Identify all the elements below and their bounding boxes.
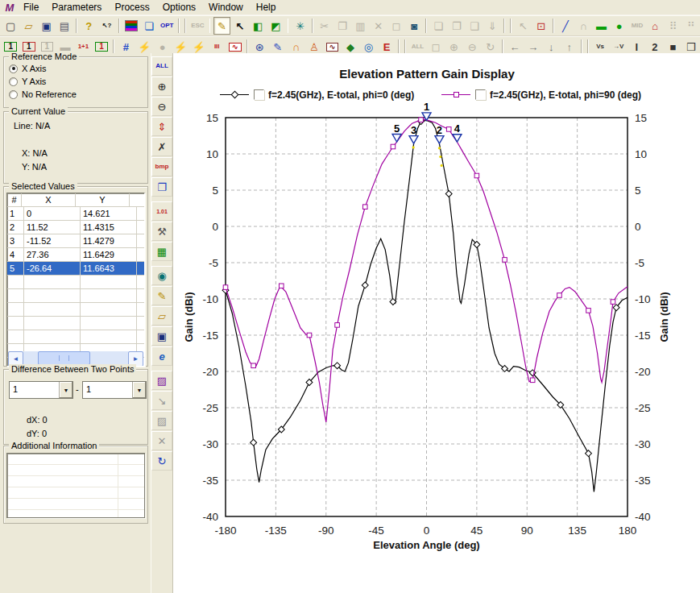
copy-clipboard-icon[interactable]: ❐ xyxy=(151,177,172,197)
radio-y-axis[interactable]: Y Axis xyxy=(4,75,147,88)
menu-help[interactable]: Help xyxy=(250,1,283,14)
table-row[interactable]: 3-11.5211.4279 xyxy=(7,234,144,248)
table-row[interactable]: 427.3611.6429 xyxy=(7,248,144,262)
svg-text:-10: -10 xyxy=(635,293,651,305)
table-row[interactable]: 1014.621 xyxy=(7,207,144,221)
context-help-icon[interactable]: ↖? xyxy=(98,17,114,35)
additional-info-group: Additional Information xyxy=(3,446,148,524)
table-row-empty-cell xyxy=(24,276,81,289)
save-graph-icon[interactable]: ▣ xyxy=(151,326,172,346)
layer-colors-icon[interactable] xyxy=(123,17,139,35)
help-icon[interactable]: ? xyxy=(81,17,97,35)
mid-icon: MID xyxy=(632,23,644,29)
svg-text:1: 1 xyxy=(424,101,429,113)
menu-bar: M FileParametersProcessOptionsWindowHelp xyxy=(0,0,700,15)
pick-vertex-icon: ⊡ xyxy=(536,21,545,31)
point-2-dropdown[interactable]: 1 ▼ xyxy=(82,381,147,399)
flip-objects-icon: ⇓ xyxy=(484,17,500,35)
scrollbar-track[interactable] xyxy=(23,351,128,365)
toolbar-separator xyxy=(398,39,400,54)
run-current-icon: ⚡ xyxy=(193,42,205,52)
draw-line-icon[interactable]: ╱ xyxy=(557,17,574,35)
radio-button-icon[interactable] xyxy=(9,64,18,73)
radio-button-icon[interactable] xyxy=(9,77,18,86)
table-row[interactable]: 211.5211.4315 xyxy=(7,221,144,234)
menu-window[interactable]: Window xyxy=(202,1,250,14)
radio-x-axis[interactable]: X Axis xyxy=(4,62,147,75)
reference-mode-label: Reference Mode xyxy=(9,52,79,61)
select-polygons-icon[interactable]: ◩ xyxy=(267,17,284,35)
point-1-dropdown[interactable]: 1 ▼ xyxy=(9,381,73,399)
esc-icon: ESC xyxy=(191,23,204,29)
difference-label: Difference Between Two Points xyxy=(9,364,136,374)
draw-pencil-icon[interactable]: ✎ xyxy=(213,17,230,35)
open-file-icon[interactable]: ▱ xyxy=(20,17,36,35)
menu-file[interactable]: File xyxy=(17,1,45,14)
selected-values-group: Selected Values #XY1014.621211.5211.4315… xyxy=(3,186,148,367)
opt-icon[interactable]: OPT xyxy=(159,17,175,35)
plot-area[interactable]: -180-135-90-4504590135180151510105500-5-… xyxy=(173,53,700,593)
data-table-icon[interactable]: ▦ xyxy=(151,242,172,261)
select-pointer-icon[interactable]: ↖ xyxy=(232,17,248,35)
annotate-icon[interactable]: ✎ xyxy=(151,286,172,305)
current-value-group: Current Value Line: N/A X: N/A Y: N/A xyxy=(3,111,148,184)
pattern-style-icon: ▨ xyxy=(157,375,167,386)
menu-options[interactable]: Options xyxy=(156,1,202,14)
svg-text:-35: -35 xyxy=(202,475,218,487)
zoom-window-icon: ◻ xyxy=(432,42,441,52)
table-row-cell: 4 xyxy=(7,248,24,262)
menu-parameters[interactable]: Parameters xyxy=(45,1,108,14)
svg-text:0: 0 xyxy=(635,221,641,233)
toolbar-separator xyxy=(209,19,211,33)
draw-rectangle-icon[interactable]: ▬ xyxy=(593,17,609,35)
svg-text:180: 180 xyxy=(619,525,637,537)
draw-shape-icon[interactable]: ⌂ xyxy=(647,17,663,35)
svg-text:4: 4 xyxy=(454,122,461,135)
draw-circle-icon[interactable]: ● xyxy=(611,17,628,35)
menu-process[interactable]: Process xyxy=(108,1,155,14)
layer-colors-icon xyxy=(125,20,138,31)
move-objects-icon: ❐ xyxy=(449,17,465,35)
whole-view-icon[interactable]: ✳ xyxy=(292,17,308,35)
export-web-icon[interactable]: e xyxy=(151,346,172,366)
xy-marker-icon[interactable]: ✗ xyxy=(151,137,172,156)
view-eye-icon[interactable]: ◉ xyxy=(151,266,172,285)
svg-text:-15: -15 xyxy=(202,330,218,342)
capture-icon[interactable]: ◙ xyxy=(406,17,422,35)
save-icon[interactable]: ▣ xyxy=(39,17,55,35)
table-horizontal-scrollbar[interactable]: ◄ ► xyxy=(8,351,143,365)
radio-no-reference[interactable]: No Reference xyxy=(4,88,147,101)
new-file-icon[interactable]: ▢ xyxy=(2,17,19,35)
scrollbar-thumb[interactable] xyxy=(38,351,89,365)
pick-vertex-icon[interactable]: ⊡ xyxy=(533,17,549,35)
graph-tools-icon: ⚒ xyxy=(157,226,167,237)
zoom-out-icon[interactable]: ⊖ xyxy=(151,97,172,116)
export-bmp-icon[interactable]: bmp xyxy=(151,157,172,176)
table-row-cell xyxy=(137,262,144,276)
table-row-cell: 11.4279 xyxy=(81,234,137,248)
table-row[interactable]: 5-26.6411.6643 xyxy=(7,262,144,276)
radio-dot xyxy=(12,67,15,70)
point-value-icon[interactable]: 1.01 xyxy=(151,201,172,221)
rescale-axes-icon[interactable]: ⇕ xyxy=(151,117,172,136)
selected-values-table[interactable]: #XY1014.621211.5211.43153-11.5211.427942… xyxy=(6,193,145,367)
svg-text:15: 15 xyxy=(206,112,218,124)
select-vertices-icon[interactable]: ◧ xyxy=(250,17,266,35)
print-icon[interactable]: ▤ xyxy=(56,17,72,35)
graph-tools-icon[interactable]: ⚒ xyxy=(151,222,172,241)
radio-button-icon[interactable] xyxy=(9,90,18,99)
vertical-scale-icon: I xyxy=(635,42,638,52)
pattern-style-icon[interactable]: ▨ xyxy=(151,371,172,390)
scale-all-icon[interactable]: ALL xyxy=(151,56,172,76)
reload-icon[interactable]: ↻ xyxy=(151,451,172,471)
layer-stack-icon[interactable]: ❏ xyxy=(141,17,157,35)
zoom-in-icon[interactable]: ⊕ xyxy=(151,77,172,96)
additional-info-list[interactable] xyxy=(6,453,145,518)
open-graph-icon[interactable]: ▱ xyxy=(151,306,172,326)
svg-text:135: 135 xyxy=(568,525,586,537)
dropdown-arrow-icon[interactable]: ▼ xyxy=(132,382,146,398)
svg-text:-90: -90 xyxy=(318,525,334,537)
paste-icon: ▥ xyxy=(352,17,368,35)
dropdown-arrow-icon[interactable]: ▼ xyxy=(59,382,72,398)
delete-icon: ✕ xyxy=(374,21,383,31)
